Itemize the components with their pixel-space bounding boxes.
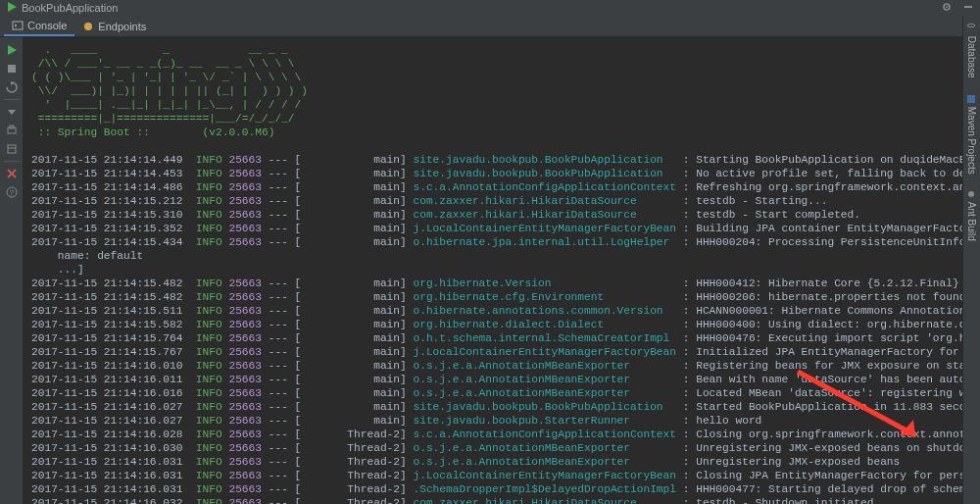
tool-window-header: BookPubApplication xyxy=(0,0,980,16)
run-tabs: Console Endpoints xyxy=(0,16,962,37)
tab-endpoints[interactable]: Endpoints xyxy=(74,18,154,35)
log-line: 2017-11-15 21:14:16.028 INFO 25663 --- [… xyxy=(31,428,955,441)
print-button[interactable] xyxy=(3,122,21,139)
svg-rect-21 xyxy=(967,95,975,103)
minimize-icon[interactable] xyxy=(962,1,974,15)
ant-icon xyxy=(966,189,977,199)
log-line: 2017-11-15 21:14:15.511 INFO 25663 --- [… xyxy=(31,304,955,318)
svg-rect-3 xyxy=(964,6,972,8)
svg-marker-6 xyxy=(8,45,17,55)
side-tab-maven-label: Maven Projects xyxy=(966,106,977,174)
console-gutter: ? xyxy=(0,37,24,504)
tab-endpoints-label: Endpoints xyxy=(98,21,146,32)
update-button[interactable] xyxy=(3,78,21,96)
console-output[interactable]: . ____ _ __ _ _ /\\ / ___'_ __ _ _(_)_ _… xyxy=(24,37,962,504)
output-button[interactable] xyxy=(3,140,21,158)
log-line: 2017-11-15 21:14:15.434 INFO 25663 --- [… xyxy=(31,235,955,249)
log-line: 2017-11-15 21:14:16.010 INFO 25663 --- [… xyxy=(31,359,955,373)
maven-icon xyxy=(966,94,977,104)
svg-point-5 xyxy=(84,23,92,30)
log-line: 2017-11-15 21:14:16.027 INFO 25663 --- [… xyxy=(31,400,955,414)
log-line: 2017-11-15 21:14:16.027 INFO 25663 --- [… xyxy=(31,414,955,428)
svg-point-20 xyxy=(967,25,975,27)
log-line: 2017-11-15 21:14:15.482 INFO 25663 --- [… xyxy=(31,277,955,290)
log-line: 2017-11-15 21:14:16.031 INFO 25663 --- [… xyxy=(31,482,955,496)
log-line: 2017-11-15 21:14:14.449 INFO 25663 --- [… xyxy=(31,153,955,167)
endpoints-icon xyxy=(82,21,94,32)
rerun-button[interactable] xyxy=(3,41,21,59)
side-tab-ant-label: Ant Build xyxy=(966,202,977,241)
svg-marker-9 xyxy=(8,110,16,115)
log-line: 2017-11-15 21:14:15.767 INFO 25663 --- [… xyxy=(31,345,955,359)
log-line: 2017-11-15 21:14:16.030 INFO 25663 --- [… xyxy=(31,441,955,455)
scroll-down-button[interactable] xyxy=(3,103,21,121)
log-line: 2017-11-15 21:14:15.212 INFO 25663 --- [… xyxy=(31,194,955,208)
stop-button[interactable] xyxy=(3,60,21,77)
tab-console[interactable]: Console xyxy=(4,17,74,36)
svg-rect-12 xyxy=(8,145,16,153)
log-line: 2017-11-15 21:14:16.031 INFO 25663 --- [… xyxy=(31,469,955,482)
log-line: 2017-11-15 21:14:15.582 INFO 25663 --- [… xyxy=(31,318,955,331)
spring-banner: . ____ _ __ _ _ /\\ / ___'_ __ _ _(_)_ _… xyxy=(31,43,955,139)
log-line: 2017-11-15 21:14:14.453 INFO 25663 --- [… xyxy=(31,167,955,180)
log-line: 2017-11-15 21:14:16.011 INFO 25663 --- [… xyxy=(31,373,955,386)
log-line: 2017-11-15 21:14:16.016 INFO 25663 --- [… xyxy=(31,386,955,400)
log-line: 2017-11-15 21:14:15.310 INFO 25663 --- [… xyxy=(31,208,955,222)
svg-point-22 xyxy=(968,191,974,197)
log-continuation: name: default xyxy=(31,249,955,263)
svg-marker-0 xyxy=(8,2,17,12)
close-button[interactable] xyxy=(3,165,21,182)
svg-text:?: ? xyxy=(9,188,14,197)
log-line: 2017-11-15 21:14:14.486 INFO 25663 --- [… xyxy=(31,180,955,194)
svg-point-2 xyxy=(946,6,948,8)
database-icon xyxy=(966,24,977,33)
console-icon xyxy=(12,20,24,31)
svg-rect-7 xyxy=(8,65,16,73)
log-line: 2017-11-15 21:14:16.031 INFO 25663 --- [… xyxy=(31,455,955,469)
side-tab-maven[interactable]: Maven Projects xyxy=(964,86,979,182)
side-tab-database[interactable]: Database xyxy=(964,16,979,86)
log-continuation: ...] xyxy=(31,263,955,277)
help-button[interactable]: ? xyxy=(3,183,21,201)
run-icon xyxy=(6,1,18,15)
log-line: 2017-11-15 21:14:15.352 INFO 25663 --- [… xyxy=(31,222,955,235)
log-line: 2017-11-15 21:14:15.482 INFO 25663 --- [… xyxy=(31,290,955,304)
tool-window-title: BookPubApplication xyxy=(22,2,118,14)
log-line: 2017-11-15 21:14:16.032 INFO 25663 --- [… xyxy=(31,496,955,504)
tab-console-label: Console xyxy=(27,20,67,31)
side-tab-ant[interactable]: Ant Build xyxy=(964,181,979,249)
side-tab-database-label: Database xyxy=(966,36,977,78)
log-line: 2017-11-15 21:14:15.764 INFO 25663 --- [… xyxy=(31,331,955,345)
gear-icon[interactable] xyxy=(941,1,953,15)
right-tool-tabs: Database Maven Projects Ant Build xyxy=(962,16,980,504)
